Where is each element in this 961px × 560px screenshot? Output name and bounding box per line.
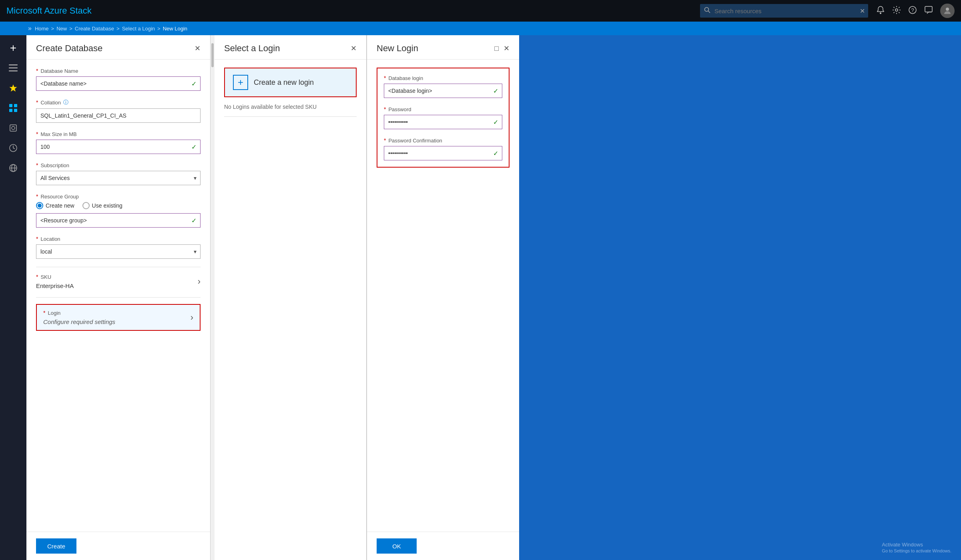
- ok-button[interactable]: OK: [377, 538, 417, 554]
- create-button[interactable]: Create: [36, 538, 76, 554]
- login-field-inner: * Login Configure required settings: [43, 310, 115, 325]
- subscription-select[interactable]: All Services: [36, 171, 201, 185]
- create-new-login-card[interactable]: + Create a new login: [224, 68, 357, 97]
- create-database-close-button[interactable]: ✕: [195, 44, 201, 53]
- breadcrumb-new[interactable]: New: [56, 26, 67, 32]
- max-size-check-icon: ✓: [191, 143, 197, 151]
- breadcrumb-create-database[interactable]: Create Database: [75, 26, 114, 32]
- sku-navigate-button[interactable]: ›: [198, 276, 201, 287]
- resource-group-check-icon: ✓: [191, 217, 197, 224]
- max-size-field: * Max Size in MB ✓: [36, 131, 201, 154]
- required-star-3: *: [36, 131, 38, 137]
- svg-rect-14: [9, 109, 12, 112]
- create-database-footer: Create: [26, 532, 210, 560]
- login-field-group: * Login Configure required settings ›: [36, 304, 201, 331]
- avatar[interactable]: [940, 4, 955, 18]
- required-star-5: *: [36, 193, 38, 200]
- content-area: Create Database ✕ * Database Name ✓: [26, 35, 961, 560]
- svg-line-1: [708, 11, 710, 13]
- sidebar-item-globe[interactable]: [4, 159, 22, 177]
- topbar: Microsoft Azure Stack ✕ ?: [0, 0, 961, 22]
- resource-group-input[interactable]: [36, 213, 201, 228]
- new-login-panel: New Login □ ✕ * Database login: [367, 35, 519, 560]
- collation-info-icon[interactable]: ⓘ: [63, 99, 68, 106]
- svg-rect-8: [9, 64, 18, 66]
- subscription-label: * Subscription: [36, 162, 201, 168]
- sidebar-item-menu[interactable]: [4, 59, 22, 77]
- breadcrumb-sep-2: >: [69, 26, 72, 32]
- database-login-field: * Database login ✓: [384, 75, 502, 98]
- chevron-right-icon: »: [28, 25, 32, 32]
- login-navigate-icon: ›: [191, 312, 193, 323]
- sidebar-plus-button[interactable]: +: [8, 39, 19, 57]
- create-database-body: * Database Name ✓ * Collation ⓘ: [26, 60, 210, 532]
- new-login-close-button[interactable]: ✕: [504, 44, 510, 53]
- new-login-header: New Login □ ✕: [367, 35, 519, 60]
- create-database-panel: Create Database ✕ * Database Name ✓: [26, 35, 211, 560]
- location-label: * Location: [36, 236, 201, 242]
- radio-use-existing[interactable]: Use existing: [82, 202, 122, 209]
- max-size-input[interactable]: [36, 140, 201, 154]
- svg-point-17: [12, 126, 15, 130]
- scrollbar-thumb-1[interactable]: [211, 43, 214, 67]
- svg-point-2: [880, 12, 881, 14]
- breadcrumb-current: New Login: [163, 26, 187, 32]
- notifications-icon[interactable]: [876, 6, 885, 16]
- location-dropdown-wrap: local ▾: [36, 244, 201, 259]
- sidebar-item-favorites[interactable]: [4, 79, 22, 97]
- location-select[interactable]: local: [36, 244, 201, 259]
- breadcrumb-home[interactable]: Home: [35, 26, 49, 32]
- collation-field: * Collation ⓘ: [36, 99, 201, 123]
- search-clear-button[interactable]: ✕: [860, 7, 865, 15]
- svg-rect-16: [10, 125, 16, 131]
- sku-field: * SKU Enterprise-HA ›: [36, 267, 201, 289]
- svg-rect-9: [9, 68, 18, 69]
- create-database-title: Create Database: [36, 43, 102, 54]
- svg-rect-12: [9, 104, 12, 107]
- required-star-6: *: [36, 236, 38, 242]
- svg-point-7: [946, 8, 949, 11]
- svg-text:?: ?: [911, 7, 914, 13]
- select-login-close-button[interactable]: ✕: [351, 44, 357, 53]
- select-login-body: + Create a new login No Logins available…: [215, 60, 366, 560]
- login-label: * Login: [43, 310, 115, 316]
- password-confirm-input[interactable]: [384, 146, 502, 160]
- database-name-input[interactable]: [36, 76, 201, 91]
- collation-input[interactable]: [36, 108, 201, 123]
- breadcrumb-sep-3: >: [116, 26, 120, 32]
- new-login-maximize-button[interactable]: □: [494, 44, 499, 53]
- resource-group-label: * Resource Group: [36, 193, 201, 200]
- required-star-1: *: [36, 68, 38, 74]
- resource-group-field: * Resource Group Create new Use existing: [36, 193, 201, 228]
- feedback-icon[interactable]: [924, 6, 933, 16]
- search-input[interactable]: [700, 4, 868, 18]
- radio-create-new-circle: [36, 202, 43, 209]
- resource-group-radio-group: Create new Use existing: [36, 202, 201, 209]
- app-title: Microsoft Azure Stack: [6, 6, 92, 16]
- login-field[interactable]: * Login Configure required settings ›: [36, 304, 201, 331]
- sidebar-item-dashboard[interactable]: [4, 99, 22, 117]
- collation-label: * Collation ⓘ: [36, 99, 201, 106]
- database-login-input[interactable]: [384, 84, 502, 98]
- sidebar-item-activity[interactable]: [4, 139, 22, 157]
- password-confirm-input-wrap: ✓: [384, 146, 502, 160]
- new-login-footer: OK: [367, 532, 519, 560]
- radio-create-new[interactable]: Create new: [36, 202, 74, 209]
- password-confirm-field: * Password Confirmation ✓: [384, 137, 502, 160]
- breadcrumb-select-login[interactable]: Select a Login: [122, 26, 155, 32]
- location-field: * Location local ▾: [36, 236, 201, 259]
- database-login-label: * Database login: [384, 75, 502, 81]
- required-star-pwc: *: [384, 137, 386, 144]
- main-layout: + Create Database ✕: [0, 35, 961, 560]
- breadcrumb: » Home > New > Create Database > Select …: [0, 22, 961, 35]
- svg-marker-11: [10, 84, 17, 92]
- password-confirm-label: * Password Confirmation: [384, 137, 502, 144]
- settings-icon[interactable]: [892, 6, 901, 16]
- help-icon[interactable]: ?: [908, 6, 917, 16]
- create-new-login-text: Create a new login: [254, 78, 314, 87]
- new-login-title: New Login: [377, 43, 418, 54]
- sidebar-item-resources[interactable]: [4, 119, 22, 137]
- password-input[interactable]: [384, 115, 502, 129]
- database-name-input-wrap: ✓: [36, 76, 201, 91]
- database-name-check-icon: ✓: [191, 80, 197, 88]
